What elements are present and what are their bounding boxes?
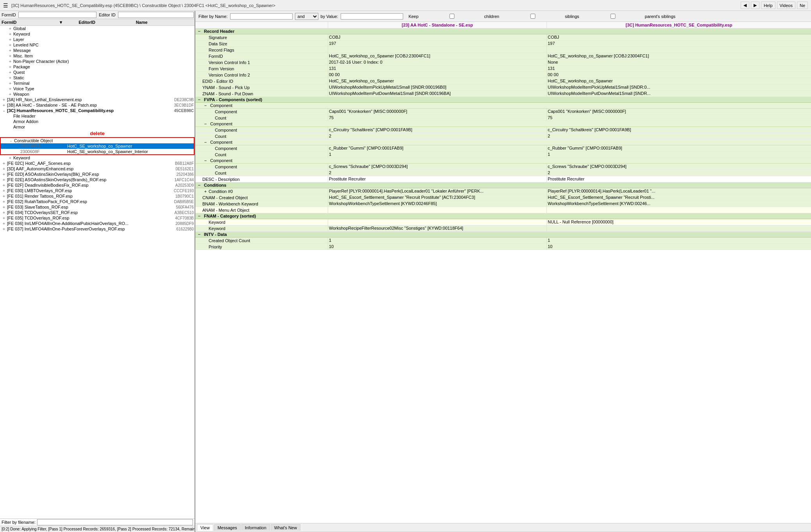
rec-field-val: c_Rubber "Gummi" [CMPO:0001FAB9]	[328, 145, 547, 151]
tree-item[interactable]: +[FE 035] TCDOverlays_ROF.esp4CF7083B	[0, 215, 195, 221]
tree-item[interactable]: +Leveled NPC	[0, 42, 195, 48]
tree-item[interactable]: +[FE 02F] DeadInvisibleBodiesFix_ROF.esp…	[0, 182, 195, 188]
section-expander[interactable]: −	[195, 29, 203, 34]
tree-item[interactable]: +Static	[0, 75, 195, 80]
expander-icon: -	[8, 138, 14, 143]
expander-icon: +	[7, 92, 13, 96]
tree-item[interactable]: +Keyword	[0, 155, 195, 161]
expander-icon: +	[7, 54, 13, 58]
tree-item[interactable]: +Voice Type	[0, 86, 195, 91]
right-panel: Filter by Name: and or not by Value: Kee…	[195, 11, 811, 532]
rec-field-val2: Caps001 "Kronkorken" [MISC:0000000F]	[547, 109, 811, 114]
menu-icon[interactable]: ☰	[3, 2, 8, 9]
section-expander[interactable]: −	[195, 97, 203, 102]
siblings-checkbox[interactable]	[502, 14, 564, 19]
rec-row: Version Control Info 1 2017-02-16 User: …	[195, 59, 811, 66]
help-button[interactable]: Help	[761, 2, 775, 9]
expander-icon: +	[7, 43, 13, 47]
children-check[interactable]: children	[421, 14, 499, 19]
tree-item[interactable]: +[FE 034] TCDOverlaysSET_ROF.espA3BEC510	[0, 210, 195, 215]
parents-siblings-checkbox[interactable]	[582, 14, 644, 19]
filter-name-input[interactable]	[230, 13, 293, 20]
tree-item[interactable]: +[FE 031] Render Tattoos_ROF.esp1B0790C1	[0, 193, 195, 199]
tree-item[interactable]: +Terminal	[0, 80, 195, 86]
tree-item[interactable]: +Global	[0, 26, 195, 31]
tree-item[interactable]: +[3D] AAF_AutonomyEnhanced.esp0E5162E1	[0, 166, 195, 171]
tree-item[interactable]: +[FE 02E] ASOAstinsSkinOverlays(Brands)_…	[0, 177, 195, 182]
subsection-expander[interactable]: −	[202, 103, 209, 108]
tab-view[interactable]: View	[197, 524, 213, 531]
tab-messages[interactable]: Messages	[214, 524, 241, 531]
tree-item[interactable]: File Header	[0, 113, 195, 119]
new-button[interactable]: Ne	[797, 2, 808, 9]
tree-item[interactable]: +[FE 02D] ASOAstinsSkinOverlays(Blk)_ROF…	[0, 171, 195, 177]
editorid-input[interactable]	[118, 12, 194, 18]
videos-button[interactable]: Videos	[777, 2, 795, 9]
subsection-expander[interactable]: −	[202, 158, 209, 163]
tree-item[interactable]: +[FE 036] InrLMFO4AllInOne-AdditionalPub…	[0, 221, 195, 226]
tree-item[interactable]: +Non-Player Character (Actor)	[0, 59, 195, 64]
field-name-text: Keyword	[209, 220, 225, 225]
filter-value-input[interactable]	[341, 13, 403, 20]
tree-item[interactable]: 23004FC1HotC_SE_workshop_co_Spawner	[1, 143, 194, 149]
tree-item[interactable]: +[FE 02C] HotC_AAF_Scenes.espB6B12A8F	[0, 161, 195, 166]
section-expander[interactable]: −	[195, 232, 203, 237]
rec-field-name: Data Size	[195, 41, 328, 46]
tree-label: [FE 030] LMBTOverlays_ROF.esp	[7, 188, 172, 193]
expander-icon: -	[1, 108, 7, 113]
formid-input[interactable]	[18, 12, 96, 18]
row-expander[interactable]: +	[202, 189, 209, 194]
tree-item[interactable]: +Keyword	[0, 31, 195, 37]
nav-forward[interactable]: ▶	[751, 2, 759, 9]
tab-what's-new[interactable]: What's New	[271, 524, 300, 531]
tree-item[interactable]: +[FE 032] RutahTattooPack_FO4_ROF.espDAB…	[0, 199, 195, 204]
titlebar: ☰ [3C] HumanResources_HOTC_SE_Compatibil…	[0, 0, 811, 11]
rec-field-val: Caps001 "Kronkorken" [MISC:0000000F]	[328, 109, 547, 114]
section-expander[interactable]: −	[195, 214, 203, 218]
tree-item[interactable]: Armor	[0, 124, 195, 130]
field-name-text: Condition #0	[209, 189, 233, 194]
tree-item[interactable]: +Quest	[0, 70, 195, 75]
left-top-bar: FormID Editor ID	[0, 11, 195, 19]
rec-field-val2: HotC_SE_Escort_Settlement_Spawner "Recru…	[547, 195, 811, 200]
and-select[interactable]: and or not	[295, 13, 318, 20]
siblings-check[interactable]: siblings	[502, 14, 579, 19]
rec-row: Component c_Screws "Schraube" [CMPO:0003…	[195, 164, 811, 170]
field-name-text: Component	[215, 109, 237, 114]
tree-item[interactable]: +[3B] AA HotC - Standalone - SE - AE Pat…	[0, 102, 195, 108]
tab-information[interactable]: Information	[241, 524, 270, 531]
parents-siblings-check[interactable]: parent's siblings	[582, 14, 676, 19]
nav-back[interactable]: ◀	[741, 2, 749, 9]
expander-icon: +	[7, 81, 13, 86]
rec-row: YNAM - Sound - Pick Up UIWorkshopModelIt…	[195, 84, 811, 91]
tree-item[interactable]: +[3A] HR_Non_Lethal_Enslavement.espDE238…	[0, 97, 195, 102]
rec-field-val: COBJ	[328, 34, 547, 40]
tree-label: Constructible Object	[14, 138, 193, 143]
tree-item[interactable]: Armor Addon	[0, 119, 195, 124]
section-expander[interactable]: −	[195, 183, 203, 187]
subsection-expander[interactable]: −	[202, 121, 209, 126]
tree-item[interactable]: -[3C] HumanResources_HOTC_SE_Compatibili…	[0, 108, 195, 113]
tree-item[interactable]: -Constructible Object	[1, 138, 194, 143]
rec-field-val2: 197	[547, 41, 811, 46]
rec-row: Count 2 2	[195, 133, 811, 139]
tree-item[interactable]: +[FE 033] SlaveTattoos_ROF.esp560FA476	[0, 204, 195, 210]
filter-filename-input[interactable]	[37, 519, 193, 525]
rec-field-name: Count	[195, 133, 328, 139]
tree-item[interactable]: +Layer	[0, 37, 195, 42]
tree-item[interactable]: +Package	[0, 64, 195, 70]
tree-label: [FE 036] InrLMFO4AllInOne-AdditionalPubi…	[7, 221, 174, 226]
children-checkbox[interactable]	[421, 14, 483, 19]
rec-field-val: HotC_SE_workshop_co_Spawner	[328, 78, 547, 84]
expander-icon: +	[1, 177, 7, 182]
tree-item[interactable]: +Misc. Item	[0, 53, 195, 59]
rec-field-val: PlayerRef [PLYR:00000014].HasPerk(LocalL…	[328, 188, 547, 194]
tree-item[interactable]: +[FE 037] InrLMFO4AllInOne-PubesForeverO…	[0, 226, 195, 232]
tree-formid: 4CF7083B	[175, 216, 194, 220]
subsection-expander[interactable]: −	[202, 140, 209, 145]
tree-item[interactable]: +[FE 030] LMBTOverlays_ROF.espCCCFE193	[0, 188, 195, 193]
tree-item[interactable]: +Weapon	[0, 91, 195, 97]
status-bar-left: [0:2] Done: Applying Filter, [Pass 1] Pr…	[0, 526, 195, 532]
tree-item[interactable]: +Message	[0, 48, 195, 53]
tree-item[interactable]: 2300608FHotC_SE_workshop_co_Spawner_Inte…	[1, 149, 194, 154]
